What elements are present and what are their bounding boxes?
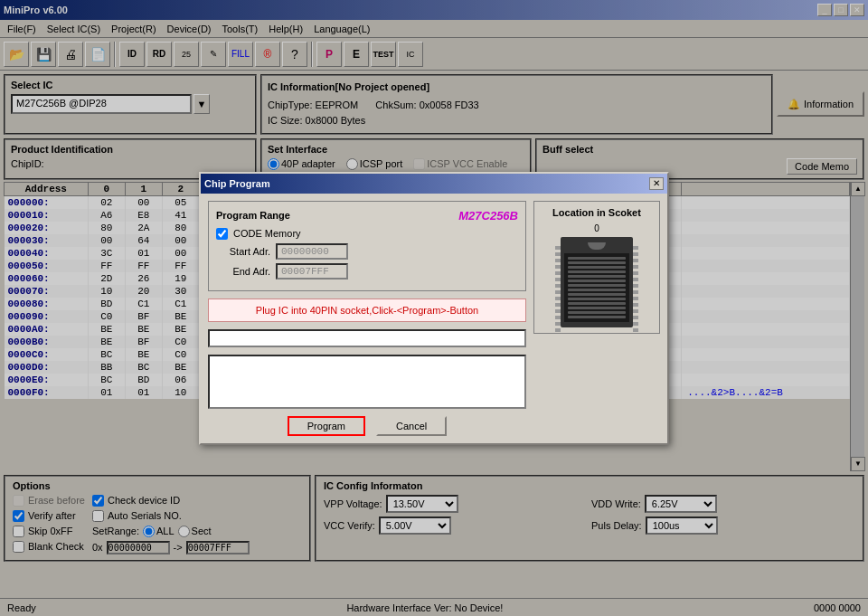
right-pin-12 <box>633 316 638 319</box>
slot-13 <box>568 311 626 314</box>
slot-8 <box>568 289 626 291</box>
right-pin-4 <box>633 265 638 269</box>
dialog-title-bar: Chip Program ✕ <box>201 174 667 194</box>
left-pin-12 <box>555 316 561 319</box>
modal-overlay: Chip Program ✕ Program Range M27C256B CO… <box>0 0 868 616</box>
slot-7 <box>568 284 626 287</box>
left-pin-14 <box>555 328 561 332</box>
left-pin-8 <box>555 290 561 294</box>
right-pin-8 <box>633 290 638 294</box>
dialog-left: Program Range M27C256B CODE Memory Start… <box>208 201 526 436</box>
right-pins <box>633 246 638 332</box>
slot-9 <box>568 293 626 296</box>
program-range-group: Program Range M27C256B CODE Memory Start… <box>208 201 526 291</box>
left-pin-9 <box>555 297 561 300</box>
end-adr-label: End Adr. <box>216 266 270 277</box>
end-adr-input[interactable] <box>276 263 348 280</box>
slot-10 <box>568 298 626 300</box>
start-adr-input[interactable] <box>276 243 348 260</box>
code-memory-row: CODE Memory <box>216 228 518 240</box>
ic-slots <box>564 253 629 322</box>
plug-message: Plug IC into 40PIN socket,Click-<Program… <box>208 299 526 322</box>
cancel-button[interactable]: Cancel <box>376 416 447 436</box>
dialog-title: Chip Program <box>204 178 270 189</box>
left-pin-13 <box>555 322 561 326</box>
left-pin-11 <box>555 309 561 313</box>
program-button[interactable]: Program <box>288 416 365 436</box>
dialog-close-button[interactable]: ✕ <box>649 177 664 190</box>
chip-program-dialog: Chip Program ✕ Program Range M27C256B CO… <box>199 172 669 445</box>
right-pin-6 <box>633 278 638 281</box>
code-memory-label: CODE Memory <box>233 228 301 239</box>
left-pin-3 <box>555 259 561 262</box>
right-pin-5 <box>633 271 638 275</box>
right-pin-13 <box>633 322 638 326</box>
dialog-log <box>208 355 526 409</box>
left-pin-1 <box>555 246 561 250</box>
socket-pin-label: 0 <box>540 223 654 233</box>
left-pin-7 <box>555 284 561 288</box>
right-pin-10 <box>633 303 638 307</box>
right-pin-7 <box>633 284 638 288</box>
socket-diagram <box>540 237 654 327</box>
slot-11 <box>568 302 626 305</box>
program-range-label: Program Range <box>216 210 290 221</box>
slot-4 <box>568 270 626 273</box>
ic-notch <box>588 242 606 250</box>
ic-body <box>561 237 633 327</box>
right-pin-3 <box>633 259 638 262</box>
slot-3 <box>568 266 626 269</box>
right-pin-11 <box>633 309 638 313</box>
left-pin-6 <box>555 278 561 281</box>
group-title: Program Range M27C256B <box>216 209 518 223</box>
progress-bar-container <box>208 329 526 347</box>
slot-6 <box>568 280 626 282</box>
right-pin-2 <box>633 252 638 256</box>
slot-14 <box>568 316 626 318</box>
chip-name: M27C256B <box>458 209 518 223</box>
dialog-right: Location in Scoket 0 <box>533 201 660 436</box>
right-pin-9 <box>633 297 638 300</box>
left-pin-10 <box>555 303 561 307</box>
socket-group: Location in Scoket 0 <box>533 201 660 334</box>
right-pin-1 <box>633 246 638 250</box>
left-pin-2 <box>555 252 561 256</box>
end-adr-row: End Adr. <box>216 263 518 280</box>
dialog-buttons: Program Cancel <box>208 416 526 436</box>
slot-12 <box>568 307 626 309</box>
right-pin-14 <box>633 328 638 332</box>
slot-1 <box>568 257 626 260</box>
left-pin-4 <box>555 265 561 269</box>
start-adr-row: Start Adr. <box>216 243 518 260</box>
socket-body-container <box>561 237 633 327</box>
left-pins <box>555 246 561 332</box>
code-memory-check[interactable] <box>216 228 228 240</box>
slot-2 <box>568 261 626 264</box>
start-adr-label: Start Adr. <box>216 246 270 257</box>
left-pin-5 <box>555 271 561 275</box>
slot-5 <box>568 275 626 278</box>
socket-title: Location in Scoket <box>540 207 654 218</box>
dialog-body: Program Range M27C256B CODE Memory Start… <box>201 194 667 443</box>
